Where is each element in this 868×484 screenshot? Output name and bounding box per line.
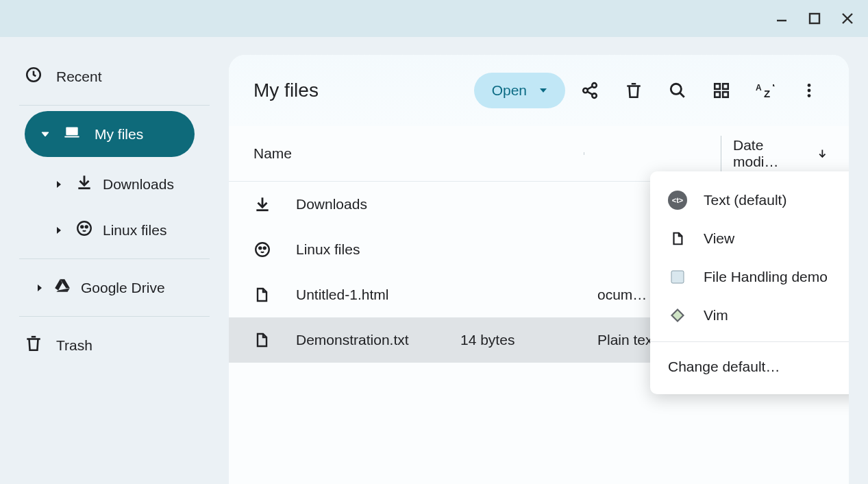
file-name: Untitled-1.html [296,287,460,303]
download-icon [75,173,93,195]
svg-rect-27 [723,84,728,89]
menu-item-view[interactable]: View [650,219,849,258]
svg-point-21 [592,93,597,98]
divider [19,105,210,106]
sidebar-item-gdrive[interactable]: Google Drive [0,265,229,311]
more-button[interactable] [790,71,828,110]
sidebar-item-label: Downloads [103,176,174,193]
svg-line-25 [680,93,684,97]
menu-item-vim[interactable]: Vim [650,296,849,335]
file-icon [253,286,273,304]
sidebar-item-recent[interactable]: Recent [0,53,229,99]
svg-point-35 [808,89,811,93]
svg-point-41 [264,247,266,249]
svg-text:Z: Z [764,88,770,99]
share-button[interactable] [571,71,609,110]
sidebar-item-linux[interactable]: Linux files [0,207,229,253]
open-button[interactable]: Open [474,73,565,108]
sidebar: Recent My files Downloads [0,37,229,484]
close-button[interactable] [841,12,854,25]
app-icon [668,267,687,287]
svg-point-40 [259,247,261,249]
svg-rect-28 [715,92,720,97]
sidebar-item-label: Google Drive [81,280,165,296]
clock-icon [25,66,42,87]
delete-button[interactable] [615,71,653,110]
menu-item-label: View [704,230,734,247]
svg-rect-26 [715,84,720,89]
sidebar-item-label: Recent [56,69,102,85]
menu-item-text-default[interactable]: <t> Text (default) [650,181,849,219]
chevron-down-icon [41,130,49,138]
svg-rect-6 [66,127,77,135]
column-date[interactable]: Date modi… [733,137,828,170]
file-name: Downloads [296,196,460,213]
sidebar-item-label: Trash [56,337,92,354]
text-app-icon: <t> [668,191,687,210]
divider [19,316,210,317]
sidebar-item-label: My files [95,126,143,143]
sidebar-item-trash[interactable]: Trash [0,322,229,368]
menu-item-label: Text (default) [704,192,786,208]
chevron-down-icon [539,86,547,95]
download-icon [253,195,273,213]
sidebar-item-label: Linux files [103,222,166,239]
laptop-icon [63,123,81,145]
window-titlebar [0,0,868,37]
file-icon [253,331,273,349]
column-name[interactable]: Name [253,145,459,162]
divider [19,258,210,259]
search-button[interactable] [658,71,697,110]
svg-line-22 [587,86,593,89]
svg-marker-5 [42,132,49,136]
svg-point-24 [671,84,681,94]
file-name: Linux files [296,241,460,258]
svg-point-12 [81,226,83,228]
svg-marker-14 [38,285,42,291]
divider [650,341,849,342]
trash-icon [25,335,42,356]
page-title: My files [253,80,319,101]
linux-icon [75,219,93,241]
drive-icon [53,277,71,298]
sidebar-item-myfiles[interactable]: My files [25,111,195,157]
menu-item-label: Change default… [668,359,780,375]
svg-rect-29 [723,92,728,97]
minimize-button[interactable] [775,12,789,25]
vim-icon [668,306,687,325]
file-icon [668,229,687,248]
svg-marker-18 [540,88,547,93]
linux-icon [253,241,273,258]
svg-point-20 [583,88,588,93]
toolbar: My files Open AZ [229,55,849,126]
view-grid-button[interactable] [702,71,741,110]
svg-point-19 [592,83,597,88]
sidebar-item-downloads[interactable]: Downloads [0,161,229,207]
svg-marker-8 [57,181,61,188]
svg-point-36 [808,94,811,97]
sort-button[interactable]: AZ [746,71,784,110]
open-with-menu: <t> Text (default) View File Handling de… [650,171,849,394]
svg-point-11 [77,221,91,235]
svg-point-13 [86,226,88,228]
svg-point-34 [808,84,811,87]
menu-item-file-handling[interactable]: File Handling demo [650,258,849,296]
file-name: Demonstration.txt [296,332,460,348]
open-button-label: Open [492,82,527,99]
menu-item-label: File Handling demo [704,269,828,285]
chevron-right-icon [55,180,63,189]
svg-marker-10 [57,227,61,234]
menu-item-label: Vim [704,307,728,324]
maximize-button[interactable] [808,12,821,25]
main-panel: My files Open AZ [229,55,849,484]
svg-text:A: A [756,83,762,93]
file-size: 14 bytes [460,332,597,348]
svg-rect-42 [671,271,684,283]
svg-line-23 [587,92,593,95]
menu-item-change-default[interactable]: Change default… [650,349,849,385]
svg-rect-1 [810,14,819,23]
svg-point-39 [256,243,269,256]
arrow-down-icon [817,147,828,160]
chevron-right-icon [55,226,63,234]
chevron-right-icon [36,284,44,292]
